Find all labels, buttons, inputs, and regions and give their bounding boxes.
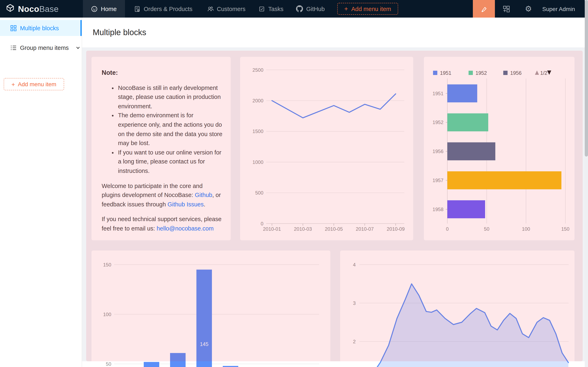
column-chart-block[interactable]: 15010050145 (91, 250, 330, 367)
check-square-icon (258, 6, 265, 12)
user-menu[interactable]: Super Admin (542, 0, 575, 17)
note-bullet-list: NocoBase is still in early development s… (102, 83, 223, 175)
note-bullet: If you want to use our online version fo… (118, 148, 223, 176)
y-axis-label: 4 (353, 262, 356, 267)
chart-svg: 15010050145 (91, 250, 330, 367)
orders-document-icon (134, 6, 140, 12)
github-icon (296, 5, 303, 12)
user-name: Super Admin (542, 6, 575, 12)
tab-label: Home (101, 6, 117, 12)
legend-label: 1952 (475, 70, 487, 76)
sidebar-item-multiple-blocks[interactable]: Multiple blocks (0, 20, 82, 36)
sidebar-item-label: Multiple blocks (20, 25, 59, 31)
tab-github[interactable]: GitHub (288, 0, 333, 17)
horizontal-bar-chart: 0501001501951195219561957195819511952195… (424, 57, 574, 240)
github-issues-link[interactable]: Github Issues (167, 201, 203, 207)
plus-icon: + (11, 81, 15, 87)
tab-label: GitHub (306, 6, 325, 12)
email-link[interactable]: hello@nocobase.com (157, 225, 214, 232)
scrollbar-thumb[interactable] (585, 0, 588, 157)
legend-swatch (433, 71, 437, 75)
line-chart-block[interactable]: 050010001500200025002010-012010-032010-0… (240, 57, 413, 240)
markdown-note-block[interactable]: Note: NocoBase is still in early develop… (91, 57, 231, 240)
y-axis-label: 0 (261, 221, 263, 226)
legend-swatch (468, 71, 473, 75)
x-axis-label: 150 (561, 226, 569, 232)
app-window: NocoBase Home Orders & Products Customer… (0, 0, 588, 367)
line-series (272, 94, 396, 118)
logo-cube-icon (6, 3, 15, 14)
github-link[interactable]: Github (195, 192, 212, 198)
tab-orders-products[interactable]: Orders & Products (126, 0, 201, 17)
grid-squares-icon (10, 25, 17, 31)
x-axis-label: 2010-09 (387, 226, 405, 232)
note-bullet: The demo environment is for experience o… (118, 111, 223, 148)
vertical-scrollbar[interactable] (585, 0, 588, 367)
sidebar-item-group-menu-items[interactable]: Group menu items (0, 40, 82, 56)
plus-icon: + (344, 6, 348, 12)
horizontal-bar-chart-block[interactable]: 0501001501951195219561957195819511952195… (424, 57, 574, 240)
y-axis-label: 2000 (253, 98, 263, 103)
line-chart: 050010001500200025002010-012010-032010-0… (240, 57, 413, 240)
legend-label: 1951 (440, 70, 451, 76)
y-axis-label: 3 (353, 300, 356, 306)
tab-label: Orders & Products (144, 6, 193, 12)
legend-pager-down-icon (547, 70, 551, 75)
note-paragraph: If you need technical support services, … (102, 215, 223, 233)
bar (170, 353, 185, 367)
tab-label: Customers (217, 6, 245, 12)
sidebar-add-menu-item-button[interactable]: + Add menu item (4, 78, 64, 90)
button-label: Add menu item (351, 6, 391, 12)
tab-label: Tasks (268, 6, 283, 12)
area-chart: 432 (340, 250, 574, 367)
ui-editor-button[interactable] (473, 0, 495, 17)
note-content: Note: NocoBase is still in early develop… (91, 57, 231, 233)
top-navbar: NocoBase Home Orders & Products Customer… (0, 0, 588, 17)
tab-customers[interactable]: Customers (199, 0, 254, 17)
chart-svg: 432 (340, 250, 574, 367)
x-axis-label: 2010-03 (294, 226, 312, 232)
brand-text: NocoBase (18, 4, 59, 14)
chart-svg: 050010001500200025002010-012010-032010-0… (240, 57, 413, 240)
x-axis-label: 2010-07 (356, 226, 374, 232)
bar (196, 269, 212, 367)
x-axis-label: 2010-01 (263, 226, 281, 232)
note-bullet: NocoBase is still in early development s… (118, 83, 223, 111)
page-title: Multiple blocks (93, 28, 146, 37)
customers-people-icon (207, 6, 214, 12)
bar (447, 142, 495, 160)
x-axis-label: 0 (446, 226, 449, 232)
note-title: Note: (102, 68, 223, 77)
category-label: 1958 (433, 207, 443, 212)
bar (447, 171, 562, 189)
area-chart-block[interactable]: 432 (340, 250, 574, 367)
settings-gear-icon[interactable]: ⚙ (523, 0, 534, 17)
highlighter-icon (480, 5, 488, 12)
nocobase-logo[interactable]: NocoBase (6, 0, 59, 17)
sidebar-item-label: Group menu items (20, 44, 69, 51)
area-fill (370, 284, 568, 367)
category-label: 1956 (433, 149, 443, 154)
category-label: 1951 (433, 91, 443, 96)
plugin-blocks-icon[interactable] (501, 0, 512, 17)
category-label: 1952 (433, 119, 443, 125)
column-chart: 15010050145 (91, 250, 330, 367)
y-axis-label: 1000 (253, 159, 263, 165)
bar (447, 84, 477, 102)
y-axis-label: 100 (103, 312, 111, 317)
bar-value-label: 145 (200, 341, 209, 347)
x-axis-label: 100 (522, 226, 530, 232)
chevron-down-icon (76, 46, 80, 50)
category-label: 1957 (433, 178, 443, 183)
smiley-icon (91, 6, 97, 12)
legend-label: 1956 (510, 70, 522, 76)
y-axis-label: 2 (353, 339, 356, 344)
tab-home[interactable]: Home (83, 0, 125, 17)
bar (144, 362, 159, 367)
y-axis-label: 2500 (253, 67, 263, 73)
bar (223, 366, 238, 367)
y-axis-label: 50 (106, 361, 111, 367)
tab-tasks[interactable]: Tasks (250, 0, 291, 17)
legend-pager-text: 1/2 (540, 70, 547, 76)
header-add-menu-item-button[interactable]: + Add menu item (337, 3, 398, 15)
